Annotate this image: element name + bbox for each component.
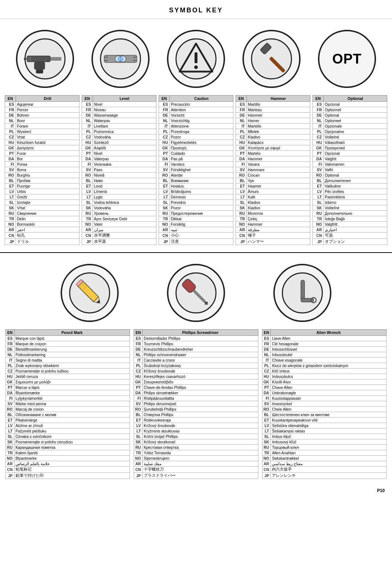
table-header-1: Drill	[16, 96, 79, 102]
lang-value: Waterpas	[93, 118, 156, 124]
lang-value: Προαιρετικό	[323, 145, 387, 151]
lang-value: Szintező	[93, 140, 156, 145]
lang-code: PT	[6, 385, 15, 390]
lang-value: 锤子	[246, 233, 310, 239]
lang-code: PL	[159, 129, 170, 134]
svg-point-22	[194, 65, 198, 69]
lang-code: CZ	[262, 368, 271, 374]
lang-code: DA	[6, 390, 15, 396]
table-row: PTCuidado	[159, 151, 233, 156]
lang-value: Hammare	[246, 167, 310, 173]
lang-value: Opcional	[323, 102, 387, 107]
lang-code: ET	[236, 184, 247, 189]
lang-value: Pozor	[170, 205, 233, 211]
lang-code: SV	[313, 167, 324, 173]
lang-value: Imbus ključ	[271, 434, 387, 439]
lang-code: FR	[6, 341, 15, 347]
table-row: GKΧτυπήστε με σφυρί	[236, 145, 310, 151]
table-row: JPドリル	[5, 239, 79, 245]
lang-value: プラスドライバー	[143, 473, 258, 479]
table-row: HUKészítsen furatot	[5, 140, 79, 145]
lang-code: CZ	[5, 134, 16, 140]
lang-code: CZ	[236, 134, 247, 140]
allen-wrench-icon	[273, 264, 331, 322]
optional-icon: OPT	[318, 30, 376, 88]
table-row: ESNivel	[82, 102, 156, 107]
lang-value: Niveau	[93, 107, 156, 113]
lang-value: تنبيه	[170, 227, 233, 233]
lang-code: ET	[6, 418, 15, 423]
table-row: TRKalem İşareti	[6, 450, 130, 456]
lang-code: LV	[6, 423, 15, 428]
lang-code: LT	[6, 428, 15, 434]
table-row: NLPhillips schroevendraaier	[134, 352, 258, 358]
lang-code: LT	[82, 194, 93, 200]
lang-code: HU	[262, 374, 271, 379]
lang-value: Kladivo	[246, 200, 310, 205]
lang-code: RU	[5, 211, 16, 216]
lang-value: Дополнительно	[323, 211, 387, 216]
lang-code: SK	[6, 439, 15, 445]
lang-code: CN	[262, 467, 271, 473]
lang-value: Bor	[16, 156, 79, 162]
table-row: GKΠροσοχή	[159, 145, 233, 151]
lang-value: Clé hexagonale	[271, 341, 387, 347]
table-row: SKVodováha	[82, 205, 156, 211]
lang-code: PL	[82, 129, 93, 134]
lang-value: Attention	[170, 107, 233, 113]
lang-value: Nivelă	[93, 173, 156, 178]
lang-code: DA	[236, 156, 247, 162]
table-row: PLWywierć	[5, 129, 79, 134]
lang-value: Αλφάδι	[93, 145, 156, 151]
lang-code: IT	[236, 124, 247, 129]
lang-code: JP	[313, 239, 324, 245]
lang-value: Ниво	[93, 178, 156, 184]
lang-code: AR	[236, 227, 247, 233]
lang-value: Āmurs	[246, 189, 310, 194]
lang-code: SL	[262, 434, 271, 439]
table-row: SVBorra	[5, 167, 79, 173]
table-row: ITSegno di matita	[6, 358, 130, 363]
lang-code: NL	[236, 118, 247, 124]
lang-code: FI	[236, 162, 247, 167]
lang-value: Κλειδί Αλεν	[271, 379, 387, 385]
lang-code: NL	[159, 118, 170, 124]
table-row: CZKladivo	[236, 134, 310, 140]
lang-code: ET	[5, 184, 16, 189]
table-row: SVMärke med penna	[6, 401, 130, 407]
lang-value: Optional	[323, 113, 387, 118]
table-row: FRClé hexagonale	[262, 341, 386, 347]
lang-code: NL	[313, 118, 324, 124]
lang-code: FR	[82, 107, 93, 113]
lang-code: SK	[313, 205, 324, 211]
lang-code: AR	[5, 227, 16, 233]
lang-code: BL	[5, 178, 16, 184]
table-row: DAHammer	[236, 156, 310, 162]
symbol-table2-2: ENAllen WrenchESLlave AllenFRClé hexagon…	[262, 329, 387, 479]
lang-value: Yıldız Tornavida	[143, 450, 258, 456]
lang-value: Oznaka s svinčnikom	[14, 434, 130, 439]
table-row: FRPercer	[5, 107, 79, 113]
lang-value: Klucz do wkrętów z gniazdem sześciokatny…	[271, 363, 387, 368]
table-row: ESPrecaución	[159, 102, 233, 107]
lang-value: Pliiatsimärge	[14, 418, 130, 423]
lang-code: LV	[313, 189, 324, 194]
table-row: CN可选	[313, 233, 387, 239]
table-row: ETKuuskantpesapeakruvi võti	[262, 418, 386, 423]
lang-code: FI	[159, 162, 170, 167]
table-row: FROptionnel	[313, 107, 387, 113]
lang-code: AR	[6, 461, 15, 467]
lang-value: Wywierć	[16, 129, 79, 134]
lang-code: DA	[262, 390, 271, 396]
lang-value: Imbuszkulcs	[271, 374, 387, 379]
table-row: TRAynı Seviyeye Getir	[82, 216, 156, 222]
symbol-table-4: ENOptionalESOpcionalFROptionnelDEOptiona…	[313, 95, 387, 245]
lang-code: SV	[6, 401, 15, 407]
lang-code: SV	[82, 167, 93, 173]
lang-code: TR	[236, 216, 247, 222]
lang-value: 注意	[170, 239, 233, 245]
lang-value: Kalapács	[246, 140, 310, 145]
lang-code: JP	[159, 239, 170, 245]
lang-code: PT	[262, 385, 271, 390]
lang-value: Křížový šroubovák	[143, 368, 258, 374]
